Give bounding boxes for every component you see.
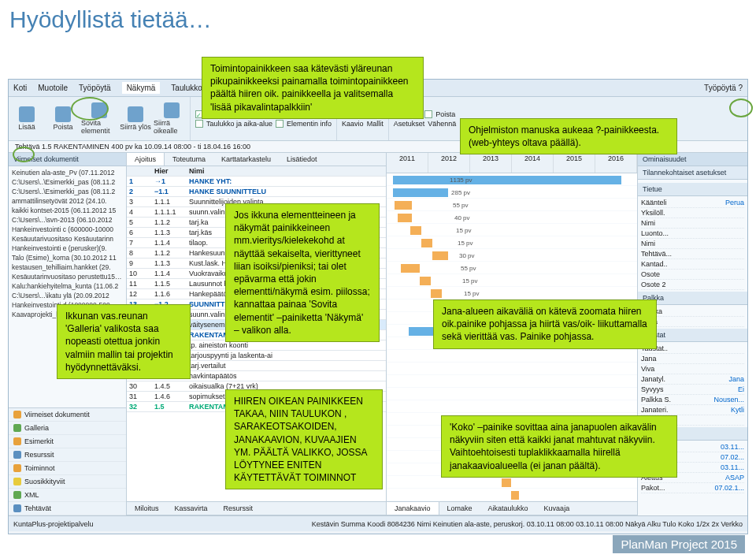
recent-item[interactable]: ammattilinsetyövät 2012 (24.10. [12,196,123,206]
callout-quickbar: Toimintopainikkeen saa kätevästi yläreun… [202,57,424,119]
props-subheader: Tilannekohtaiset asetukset [638,166,747,180]
duration-label: 15 pv [458,240,473,247]
prop-row[interactable]: Janatyl.Jana [641,374,744,385]
recent-item[interactable]: Keinutien ala-aste_Pv (07.11.2012 [12,168,123,177]
duration-label: 55 pv [461,265,476,272]
highlight-circle-ribbon [13,147,35,162]
status-items: Kestävin Summa Koodi 8084236 Nimi Keinut… [312,520,743,528]
year-cell: 2013 [470,153,512,173]
nav-list: Viimeiset dokumentitGalleriaEsimerkitRes… [9,407,126,515]
nav-item[interactable]: Esimerkit [9,435,126,448]
gantt-timescale: 201120122013201420152016 [387,153,637,173]
help-button[interactable]: Työpöytä ? [704,84,743,92]
prop-row[interactable]: Pakot...07.02.1... [641,483,744,493]
gantt-tabs: Janakaavio Lomake Aikataulukko Kuvaaja [387,501,637,515]
callout-help: Ohjelmiston manuska aukeaa ?-painikkeest… [460,118,677,154]
bottom-tabs: Miloitus Kassavirta Resurssit [127,501,386,515]
prop-row[interactable]: Nimi [641,239,744,249]
highlight-circle-menu [71,97,109,121]
menu-item-active[interactable]: Näkymä [122,82,161,94]
recent-item[interactable]: Talo (Esime)_korna (30.10.2012 11 [12,253,123,262]
callout-gallery: Ikkunan vas.reunan 'Galleria' valikosta … [57,304,191,379]
year-cell: 2015 [554,153,595,173]
check-icon[interactable] [195,120,203,128]
check-icon[interactable] [276,120,284,128]
nav-item[interactable]: Toiminnot [9,462,126,475]
recent-item[interactable]: Kesäuutarinvuositaso perustettu15102 [12,272,123,281]
prop-row[interactable]: KäänteliPerua [641,198,744,208]
recent-item[interactable]: kaikki kontset-2015 (06.11.2012 15 [12,206,123,215]
tab[interactable]: Kassavirta [167,502,216,515]
ribbon-btn[interactable]: Lisää [9,97,45,140]
tab[interactable]: Ajoitus [127,153,165,166]
tab[interactable]: Resurssit [216,502,261,515]
props-header: Ominaisuudet [638,153,747,166]
tab[interactable]: Lomake [439,502,480,515]
page-title: Hyödyllistä tietää… [9,6,212,33]
table-row[interactable]: 1→1HANKE YHT: [127,177,386,187]
recent-item[interactable]: kestausen_tehilliaim.hankket (29. [12,262,123,272]
prop-row[interactable]: Janateri.Kytli [641,405,744,415]
ribbon-btn[interactable]: Siirrä oikealle [154,97,190,140]
nav-item[interactable]: Viimeiset dokumentit [9,408,126,422]
recent-item[interactable]: C:\Users\...\svn-2013 (06.10.2012 [12,215,123,225]
recent-item[interactable]: Kesäuutarivuositaso Kesäuutarinn [12,234,123,244]
highlight-circle-help [729,99,753,117]
status-left: KuntaPlus-projektipalvelu [13,520,94,528]
tab[interactable]: Miloitus [127,502,167,515]
tab[interactable]: Aikataulukko [480,502,536,515]
recent-item[interactable]: Hankeinvestointi c (600000-10000 [12,225,123,234]
duration-label: 15 pv [456,227,472,234]
duration-label: 15 pv [464,290,480,297]
recent-item[interactable]: C:\Users\...\ikatu ylä (20.09.2012 [12,291,123,300]
nav-item[interactable]: Tehtävät [9,502,126,515]
prop-row[interactable]: SyvyysEi [641,385,744,395]
year-cell: 2014 [512,153,554,173]
recent-item[interactable]: C:\Users\..\Esimerkki_pas (08.11.2 [12,177,123,187]
callout-rightclick: HIIREN OIKEAN PAINIKKEEN TAKAA, NIIN TAU… [225,389,383,489]
prop-row[interactable]: Yksilöll. [641,208,744,218]
nav-item[interactable]: XML [9,489,126,502]
menu-item[interactable]: Taulukko [171,84,202,92]
recent-item[interactable]: Hankeinvestointi e (perusker)(9. [12,244,123,253]
menu-item[interactable]: Työpöytä [79,84,111,92]
prop-row[interactable]: Kantad.. [641,259,744,270]
footer-label: PlanMan Project 2015 [613,535,745,553]
duration-label: 1135 pv [450,177,472,184]
year-cell: 2011 [387,153,428,173]
prop-row[interactable]: Tehtävä... [641,249,744,259]
year-cell: 2012 [428,153,470,173]
prop-row[interactable]: Nimi [641,218,744,229]
menu-item[interactable]: Koti [13,84,27,92]
duration-label: 55 pv [453,202,469,209]
minus-icon[interactable] [424,110,432,118]
callout-koko: 'Koko' –painike sovittaa aina janapuolen… [441,415,677,478]
tab[interactable]: Janakaavio [387,502,439,515]
ribbon-btn[interactable]: Siirrä ylös [117,97,154,140]
recent-item[interactable]: C:\Users\..\Esimerkki_pas (08.11.2 [12,187,123,196]
nav-item[interactable]: Suosikkityviit [9,475,126,489]
tab[interactable]: Kuvaaja [536,502,578,515]
tab[interactable]: Karttatarkastelu [213,153,279,166]
tab[interactable]: Lisätiedot [279,153,325,166]
menu-item[interactable]: Muotoile [38,84,68,92]
prop-row[interactable]: Luonto... [641,229,744,239]
nav-item[interactable]: Resurssit [9,448,126,462]
duration-label: 15 pv [462,277,478,285]
nav-item[interactable]: Galleria [9,422,126,435]
callout-fit-elements: Jos ikkuna elementteineen ja näkymät pai… [225,203,380,342]
tab[interactable]: Toteutuma [165,153,213,166]
prop-row[interactable]: Palkka S.Nousen... [641,395,744,405]
prop-row[interactable]: Osote [641,270,744,280]
prop-row[interactable]: Viva [641,364,744,374]
duration-label: 30 pv [459,252,475,259]
table-row[interactable]: 2−1.1HANKE SUUNNITTELU [127,187,386,197]
status-bar: KuntaPlus-projektipalvelu Kestävin Summa… [9,515,747,531]
prop-row[interactable]: Osote 2 [641,280,744,290]
duration-label: 285 pv [451,189,470,196]
year-cell: 2016 [595,153,637,173]
prop-row[interactable]: Jana [641,354,744,364]
view-tabs: Ajoitus Toteutuma Karttatarkastelu Lisät… [127,153,386,166]
recent-item[interactable]: Kalu:hankiehyitelma_kunta (11.06.2 [12,281,123,291]
table-header: Hier Nimi [127,166,386,177]
